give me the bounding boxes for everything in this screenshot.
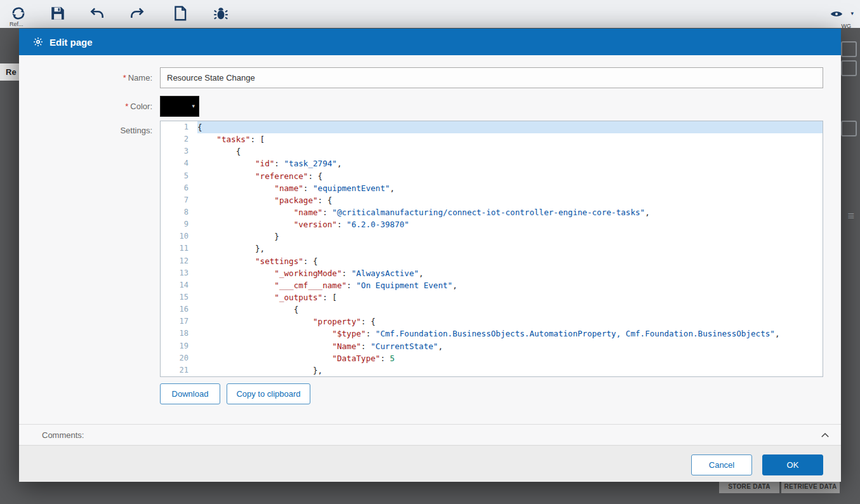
- background-icon: [841, 60, 857, 76]
- redo-button[interactable]: [129, 5, 145, 22]
- line-number: 9: [161, 218, 197, 230]
- code-line: "settings": {: [197, 255, 823, 267]
- chevron-up-icon[interactable]: [819, 430, 831, 441]
- code-line: "DataType": 5: [197, 352, 823, 364]
- code-line: "id": "task_2794",: [197, 157, 823, 169]
- editor-line[interactable]: 17 "property": {: [161, 315, 823, 328]
- settings-label: Settings:: [19, 124, 152, 136]
- undo-button[interactable]: [89, 5, 105, 22]
- store-data-button: STORE DATA: [719, 481, 779, 493]
- ok-button[interactable]: OK: [762, 454, 823, 475]
- line-number: 20: [161, 352, 197, 364]
- code-line: "reference": {: [197, 170, 823, 182]
- line-number: 8: [161, 206, 197, 218]
- gear-icon: [33, 37, 43, 47]
- background-trash-icon: [841, 121, 857, 136]
- code-line: "package": {: [197, 194, 823, 206]
- editor-line[interactable]: 14 "___cmf___name": "On Equipment Event"…: [161, 279, 823, 291]
- editor-line[interactable]: 3 {: [161, 145, 823, 157]
- code-line: "___cmf___name": "On Equipment Event",: [197, 279, 823, 291]
- line-number: 18: [161, 328, 197, 340]
- background-icon: [841, 41, 857, 57]
- line-number: 16: [161, 303, 197, 315]
- line-number: 12: [161, 255, 197, 267]
- comments-section: Comments:: [19, 424, 841, 446]
- copy-to-clipboard-button[interactable]: Copy to clipboard: [227, 383, 310, 404]
- debug-button[interactable]: [213, 5, 229, 22]
- dialog-footer: Cancel OK: [19, 445, 841, 482]
- background-list-icon: ≡: [847, 209, 854, 223]
- line-number: 5: [161, 170, 197, 182]
- editor-line[interactable]: 21 },: [161, 364, 823, 376]
- editor-line[interactable]: 2 "tasks": [: [161, 133, 823, 145]
- color-label-text: Color:: [130, 102, 152, 111]
- editor-line[interactable]: 4 "id": "task_2794",: [161, 157, 823, 169]
- line-number: 1: [161, 121, 197, 133]
- name-label-text: Name:: [128, 73, 152, 83]
- download-button[interactable]: Download: [160, 383, 220, 404]
- editor-line[interactable]: 9 "version": "6.2.0-39870": [161, 218, 823, 230]
- code-line: }: [197, 230, 823, 242]
- code-line: "_workingMode": "AlwaysActive",: [197, 267, 823, 279]
- code-line: "name": "@criticalmanufacturing/connect-…: [197, 206, 823, 218]
- editor-line[interactable]: 11 },: [161, 242, 823, 255]
- refresh-button[interactable]: [10, 5, 27, 22]
- editor-line[interactable]: 10 }: [161, 230, 823, 242]
- required-marker: *: [123, 73, 126, 83]
- settings-editor-lines: 1{2 "tasks": [3 {4 "id": "task_2794",5 "…: [161, 121, 823, 376]
- line-number: 10: [161, 230, 197, 242]
- editor-line[interactable]: 6 "name": "equipmentEvent",: [161, 182, 823, 194]
- editor-line[interactable]: 13 "_workingMode": "AlwaysActive",: [161, 267, 823, 279]
- line-number: 13: [161, 267, 197, 279]
- edit-page-dialog: Edit page *Name: *Color: ▾ Settings: 1{2…: [19, 29, 841, 481]
- line-number: 21: [161, 364, 197, 376]
- background-panel-label: Re: [0, 63, 19, 81]
- comments-label: Comments:: [42, 425, 84, 446]
- editor-line[interactable]: 20 "DataType": 5: [161, 352, 823, 364]
- editor-line[interactable]: 1{: [161, 121, 823, 133]
- name-label: *Name:: [19, 67, 152, 88]
- color-picker-dropdown[interactable]: ▾: [160, 96, 199, 117]
- code-line: "name": "equipmentEvent",: [197, 182, 823, 194]
- line-number: 11: [161, 242, 197, 255]
- line-number: 15: [161, 291, 197, 303]
- app-toolbar: Ref... ▾ WG: [0, 0, 860, 28]
- name-input[interactable]: [160, 67, 823, 88]
- line-number: 2: [161, 133, 197, 145]
- code-line: "Name": "CurrentState",: [197, 340, 823, 352]
- code-line: {: [197, 121, 823, 133]
- editor-line[interactable]: 18 "$type": "Cmf.Foundation.BusinessObje…: [161, 328, 823, 340]
- line-number: 3: [161, 145, 197, 157]
- code-line: {: [197, 303, 823, 315]
- code-line: "version": "6.2.0-39870": [197, 218, 823, 230]
- editor-line[interactable]: 7 "package": {: [161, 194, 823, 206]
- undo-icon: [89, 13, 105, 23]
- editor-line[interactable]: 19 "Name": "CurrentState",: [161, 340, 823, 352]
- eye-icon: [828, 12, 845, 23]
- save-icon: [50, 13, 66, 23]
- code-line: "property": {: [197, 315, 823, 328]
- notes-button[interactable]: [172, 5, 189, 22]
- retrieve-data-button: RETRIEVE DATA: [781, 481, 840, 493]
- editor-line[interactable]: 16 {: [161, 303, 823, 315]
- dialog-header: Edit page: [19, 29, 841, 55]
- screen: Ref... ▾ WG Re ≡ STORE DATA RETRIEVE DAT…: [0, 0, 860, 504]
- dialog-title: Edit page: [50, 37, 93, 48]
- redo-icon: [129, 13, 145, 23]
- editor-line[interactable]: 15 "_outputs": [: [161, 291, 823, 303]
- code-line: },: [197, 364, 823, 376]
- refresh-caption: Ref...: [10, 21, 23, 27]
- visibility-button[interactable]: [828, 7, 845, 21]
- code-line: "_outputs": [: [197, 291, 823, 303]
- color-label: *Color:: [19, 96, 152, 117]
- code-line: {: [197, 145, 823, 157]
- line-number: 17: [161, 315, 197, 328]
- editor-line[interactable]: 5 "reference": {: [161, 170, 823, 182]
- cancel-button[interactable]: Cancel: [691, 454, 752, 475]
- caret-down-icon: ▾: [192, 103, 195, 109]
- editor-line[interactable]: 8 "name": "@criticalmanufacturing/connec…: [161, 206, 823, 218]
- save-button[interactable]: [50, 5, 66, 22]
- line-number: 4: [161, 157, 197, 169]
- settings-editor[interactable]: 1{2 "tasks": [3 {4 "id": "task_2794",5 "…: [160, 121, 823, 377]
- editor-line[interactable]: 12 "settings": {: [161, 255, 823, 267]
